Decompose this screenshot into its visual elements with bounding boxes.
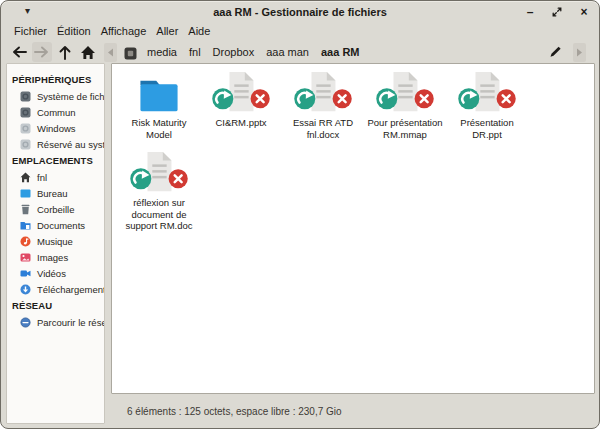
sidebar-item-videos[interactable]: Vidéos bbox=[7, 265, 104, 281]
sidebar-item-reserve-au-systeme[interactable]: Réservé au syst... bbox=[7, 136, 104, 152]
videos-icon bbox=[20, 268, 31, 279]
sidebar-header-peripheriques: PÉRIPHÉRIQUES bbox=[7, 71, 104, 88]
sidebar-item-label: Windows bbox=[37, 123, 76, 134]
file-label: Pour présentation RM.mmap bbox=[364, 117, 446, 140]
menu-fichier[interactable]: Fichier bbox=[9, 25, 52, 37]
file-label: CI&RM.pptx bbox=[215, 117, 266, 129]
sidebar-header-reseau: RÉSEAU bbox=[7, 297, 104, 314]
breadcrumb-media[interactable]: media bbox=[141, 46, 183, 58]
desktop-icon bbox=[20, 188, 31, 199]
file-manager-window: ▾ aaa RM - Gestionnaire de fichiers – × … bbox=[0, 0, 600, 429]
sidebar-item-musique[interactable]: Musique bbox=[7, 233, 104, 249]
documents-folder-icon bbox=[20, 220, 31, 231]
file-list-panel[interactable]: Risk Maturity Model CI&RM.pptx Essai RR … bbox=[111, 63, 595, 394]
document-sync-error-icon bbox=[374, 72, 436, 116]
images-icon bbox=[20, 252, 31, 263]
breadcrumb-scroll-right-icon[interactable] bbox=[573, 43, 586, 62]
sidebar-item-parcourir-le-reseau[interactable]: Parcourir le rése... bbox=[7, 314, 104, 330]
music-icon bbox=[20, 236, 31, 247]
folder-icon bbox=[133, 72, 185, 116]
minimize-icon[interactable]: – bbox=[523, 5, 537, 19]
menu-affichage[interactable]: Affichage bbox=[96, 25, 152, 37]
sidebar-item-label: Parcourir le rése... bbox=[37, 317, 105, 328]
menu-aller[interactable]: Aller bbox=[151, 25, 183, 37]
file-label: Essai RR ATD fnl.docx bbox=[282, 117, 364, 140]
toolbar: media fnl Dropbox aaa man aaa RM bbox=[1, 39, 599, 65]
menu-aide[interactable]: Aide bbox=[183, 25, 215, 37]
trash-icon bbox=[20, 204, 31, 215]
document-sync-error-icon bbox=[128, 152, 190, 196]
drive-muted-icon bbox=[20, 123, 31, 134]
sidebar-item-label: Corbeille bbox=[37, 204, 75, 215]
file-item-risk-maturity-model[interactable]: Risk Maturity Model bbox=[118, 72, 200, 152]
sidebar-item-systeme-de-fichiers[interactable]: Système de fich... bbox=[7, 88, 104, 104]
sidebar-item-images[interactable]: Images bbox=[7, 249, 104, 265]
drive-muted-icon bbox=[20, 139, 31, 150]
sidebar-item-label: Musique bbox=[37, 236, 73, 247]
document-sync-error-icon bbox=[292, 72, 354, 116]
sidebar-item-corbeille[interactable]: Corbeille bbox=[7, 201, 104, 217]
sidebar-item-label: Téléchargements bbox=[37, 284, 105, 295]
maximize-icon[interactable] bbox=[550, 5, 564, 19]
sidebar-item-commun[interactable]: Commun bbox=[7, 104, 104, 120]
breadcrumb-scroll-left-icon[interactable] bbox=[104, 43, 117, 62]
home-button[interactable] bbox=[78, 42, 98, 62]
file-grid: Risk Maturity Model CI&RM.pptx Essai RR … bbox=[118, 72, 590, 232]
sidebar-item-documents[interactable]: Documents bbox=[7, 217, 104, 233]
media-drive-icon bbox=[124, 46, 137, 59]
sidebar-item-label: Système de fich... bbox=[37, 91, 105, 102]
breadcrumb-aaa-rm[interactable]: aaa RM bbox=[315, 46, 366, 58]
statusbar: 6 éléments : 125 octets, espace libre : … bbox=[111, 397, 592, 425]
file-item-cirm-pptx[interactable]: CI&RM.pptx bbox=[200, 72, 282, 152]
window-title: aaa RM - Gestionnaire de fichiers bbox=[1, 6, 599, 18]
home-icon bbox=[20, 172, 31, 183]
close-icon[interactable]: × bbox=[577, 5, 591, 19]
file-item-pour-presentation-rm-mmap[interactable]: Pour présentation RM.mmap bbox=[364, 72, 446, 152]
sidebar-item-telechargements[interactable]: Téléchargements bbox=[7, 281, 104, 297]
file-label: Risk Maturity Model bbox=[118, 117, 200, 140]
sidebar: PÉRIPHÉRIQUES Système de fich... Commun … bbox=[6, 63, 105, 424]
edit-path-pencil-icon[interactable] bbox=[546, 43, 564, 61]
breadcrumb-aaa-man[interactable]: aaa man bbox=[260, 46, 315, 58]
status-text: 6 éléments : 125 octets, espace libre : … bbox=[127, 406, 342, 417]
sidebar-item-label: Vidéos bbox=[37, 268, 66, 279]
file-item-essai-rr-atd-fnl-docx[interactable]: Essai RR ATD fnl.docx bbox=[282, 72, 364, 152]
breadcrumb-dropbox[interactable]: Dropbox bbox=[207, 46, 261, 58]
network-icon bbox=[20, 317, 31, 328]
drive-icon bbox=[20, 107, 31, 118]
document-sync-error-icon bbox=[456, 72, 518, 116]
sidebar-item-label: Documents bbox=[37, 220, 85, 231]
sidebar-item-label: fnl bbox=[37, 172, 47, 183]
document-sync-error-icon bbox=[210, 72, 272, 116]
sidebar-item-windows[interactable]: Windows bbox=[7, 120, 104, 136]
file-label: réflexion sur document de support RM.doc bbox=[118, 197, 200, 232]
sidebar-item-fnl[interactable]: fnl bbox=[7, 169, 104, 185]
back-button[interactable] bbox=[9, 42, 29, 62]
sidebar-header-emplacements: EMPLACEMENTS bbox=[7, 152, 104, 169]
up-button[interactable] bbox=[55, 42, 75, 62]
breadcrumb-fnl[interactable]: fnl bbox=[183, 46, 207, 58]
downloads-icon bbox=[20, 284, 31, 295]
sidebar-item-label: Commun bbox=[37, 107, 76, 118]
forward-button[interactable] bbox=[32, 42, 52, 62]
file-item-reflexion-sur-document-de-support-rm-doc[interactable]: réflexion sur document de support RM.doc bbox=[118, 152, 200, 232]
drive-icon bbox=[20, 91, 31, 102]
menubar: Fichier Édition Affichage Aller Aide bbox=[1, 23, 599, 39]
titlebar[interactable]: ▾ aaa RM - Gestionnaire de fichiers – × bbox=[1, 1, 599, 23]
menu-edition[interactable]: Édition bbox=[52, 25, 96, 37]
sidebar-item-label: Images bbox=[37, 252, 68, 263]
file-item-presentation-dr-ppt[interactable]: Présentation DR.ppt bbox=[446, 72, 528, 152]
sidebar-item-label: Réservé au syst... bbox=[37, 139, 105, 150]
sidebar-item-bureau[interactable]: Bureau bbox=[7, 185, 104, 201]
file-label: Présentation DR.ppt bbox=[446, 117, 528, 140]
sidebar-item-label: Bureau bbox=[37, 188, 68, 199]
